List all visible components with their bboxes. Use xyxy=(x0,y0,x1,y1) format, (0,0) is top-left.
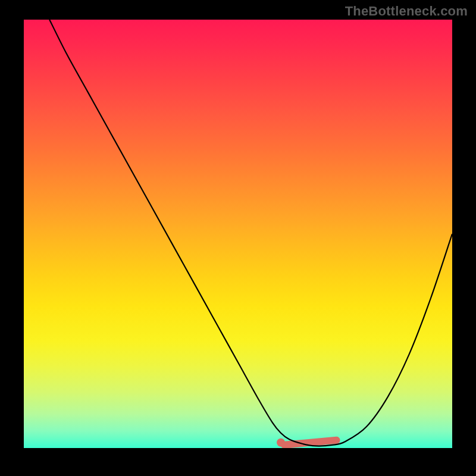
chart-svg xyxy=(24,20,452,448)
watermark-text: TheBottleneck.com xyxy=(345,4,468,19)
chart-plot-area xyxy=(24,20,452,448)
bottleneck-curve xyxy=(49,20,452,446)
